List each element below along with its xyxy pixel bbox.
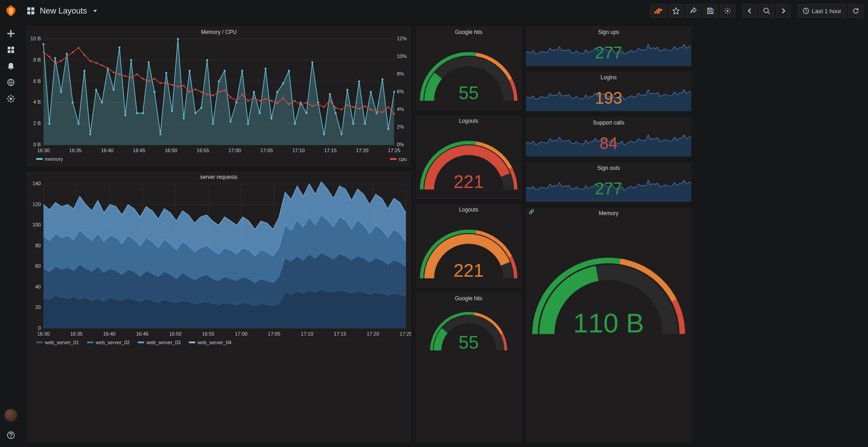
panel-singlestat-logins[interactable]: Logins 193: [526, 72, 691, 112]
help-icon[interactable]: [0, 427, 22, 443]
svg-rect-1: [11, 47, 14, 49]
svg-text:60: 60: [35, 263, 41, 269]
panel-server-requests[interactable]: server requests 02040608010012014016:301…: [26, 171, 411, 442]
svg-point-164: [358, 108, 360, 110]
svg-text:8%: 8%: [397, 71, 404, 77]
svg-text:17:15: 17:15: [324, 148, 337, 153]
svg-text:2 B: 2 B: [33, 120, 41, 126]
svg-point-49: [43, 43, 44, 45]
svg-rect-8: [27, 7, 30, 10]
add-panel-button[interactable]: [650, 4, 666, 18]
svg-point-54: [72, 101, 73, 103]
svg-text:17:05: 17:05: [268, 331, 280, 336]
svg-point-73: [183, 117, 184, 119]
svg-point-146: [253, 97, 255, 99]
svg-point-122: [113, 72, 115, 73]
configuration-icon[interactable]: [0, 91, 22, 107]
alerting-icon[interactable]: [0, 58, 22, 74]
panel-gauge-google-hits[interactable]: Google hits 55: [416, 26, 521, 111]
save-button[interactable]: [703, 4, 718, 18]
legend-item[interactable]: web_server_02: [87, 340, 130, 345]
time-range-label: Last 1 hour: [812, 8, 841, 14]
time-forward-button[interactable]: [776, 4, 791, 18]
panel-gauge-memory[interactable]: 🔗 Memory 110 B: [526, 207, 691, 442]
svg-point-126: [136, 73, 138, 75]
svg-point-75: [194, 112, 196, 114]
svg-point-15: [727, 10, 728, 12]
dashboards-icon[interactable]: [0, 42, 22, 58]
svg-point-125: [130, 77, 132, 79]
legend-item-cpu[interactable]: cpu: [390, 156, 407, 162]
svg-text:16:50: 16:50: [165, 148, 178, 153]
legend-item[interactable]: web_server_03: [138, 340, 180, 345]
grafana-logo[interactable]: [4, 4, 18, 18]
create-icon[interactable]: [0, 25, 22, 42]
user-avatar[interactable]: [5, 409, 17, 422]
svg-point-59: [101, 101, 103, 103]
svg-text:16:40: 16:40: [101, 148, 114, 153]
panel-gauge-google-hits-2[interactable]: Google hits 55: [416, 293, 521, 442]
panel-gauge-logouts-2[interactable]: Logouts 221: [416, 204, 521, 288]
svg-point-81: [230, 120, 231, 122]
legend-item[interactable]: web_server_04: [189, 340, 231, 345]
explore-icon[interactable]: [0, 74, 22, 91]
svg-point-113: [60, 60, 62, 62]
svg-point-102: [352, 123, 354, 125]
svg-point-169: [387, 106, 389, 108]
svg-text:0: 0: [38, 325, 41, 331]
svg-text:100: 100: [33, 222, 41, 227]
svg-point-134: [183, 85, 185, 87]
refresh-button[interactable]: [848, 4, 863, 18]
panel-title: Sign outs: [526, 162, 691, 172]
share-button[interactable]: [685, 4, 701, 18]
star-button[interactable]: [668, 4, 684, 18]
gauge-chart: 221: [416, 125, 521, 195]
svg-rect-0: [8, 47, 10, 49]
time-back-button[interactable]: [743, 4, 757, 18]
legend-item[interactable]: web_server_01: [36, 340, 79, 345]
panel-singlestat-signouts[interactable]: Sign outs 277: [526, 162, 691, 203]
settings-button[interactable]: [720, 4, 735, 18]
svg-point-94: [305, 112, 307, 114]
zoom-out-button[interactable]: [759, 4, 774, 18]
panel-singlestat-signups[interactable]: Sign ups 277: [526, 26, 691, 67]
svg-point-131: [165, 82, 167, 84]
panel-link-icon[interactable]: 🔗: [529, 209, 534, 214]
svg-point-92: [294, 123, 296, 125]
svg-point-105: [370, 91, 371, 93]
svg-point-124: [125, 75, 126, 77]
server-requests-chart: 02040608010012014016:3016:3516:4016:4516…: [26, 181, 411, 337]
panel-memory-cpu[interactable]: Memory / CPU 0 B2 B4 B6 B8 B10 B0%2%4%6%…: [26, 26, 411, 167]
svg-text:4 B: 4 B: [33, 99, 41, 105]
svg-point-157: [317, 103, 319, 105]
panel-gauge-logouts[interactable]: Logouts 221: [416, 115, 521, 199]
dashboard-title: New Layouts: [40, 6, 87, 16]
svg-point-123: [119, 73, 121, 75]
svg-point-144: [241, 94, 243, 96]
svg-point-98: [329, 93, 331, 95]
time-range-button[interactable]: Last 1 hour: [798, 4, 846, 18]
svg-point-91: [288, 70, 290, 72]
svg-text:20: 20: [35, 304, 41, 310]
svg-point-137: [200, 91, 202, 93]
svg-point-154: [300, 104, 302, 106]
svg-point-136: [194, 88, 196, 90]
svg-point-153: [294, 100, 296, 102]
svg-point-62: [119, 47, 121, 48]
svg-point-156: [311, 105, 313, 107]
stat-value: 277: [526, 43, 691, 62]
svg-text:16:40: 16:40: [103, 331, 116, 336]
dashboard-title-area[interactable]: New Layouts: [26, 6, 97, 16]
legend-item-memory[interactable]: memory: [36, 156, 63, 162]
svg-point-74: [188, 70, 190, 72]
svg-text:6 B: 6 B: [33, 78, 41, 84]
gauge-chart: 221: [416, 214, 521, 284]
svg-point-70: [165, 72, 167, 74]
panel-singlestat-support[interactable]: Support calls 84: [526, 117, 691, 158]
svg-point-57: [89, 133, 91, 135]
svg-point-118: [89, 60, 91, 62]
svg-point-95: [311, 61, 313, 63]
svg-point-117: [83, 54, 85, 56]
svg-point-5: [10, 98, 12, 100]
svg-point-16: [764, 8, 768, 13]
